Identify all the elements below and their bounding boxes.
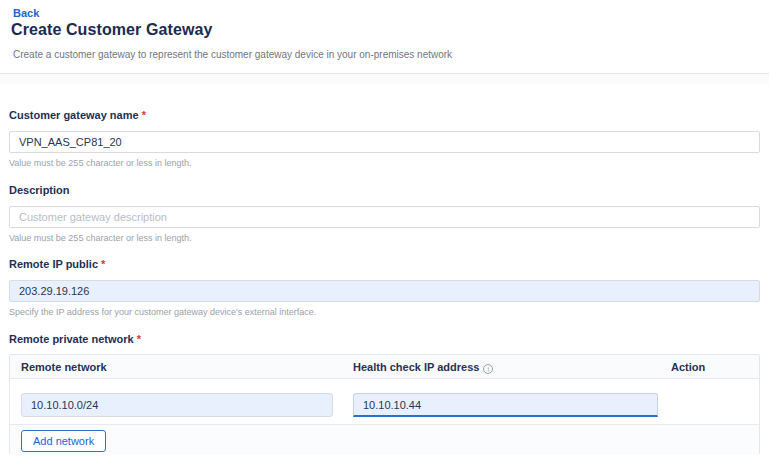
back-link[interactable]: Back bbox=[13, 7, 39, 19]
remote-private-network-table: Remote network Health check IP addressi … bbox=[9, 354, 760, 455]
page-subtitle: Create a customer gateway to represent t… bbox=[13, 49, 452, 60]
customer-gateway-name-label-text: Customer gateway name bbox=[9, 109, 139, 121]
remote-network-column-header: Remote network bbox=[21, 361, 107, 373]
description-input[interactable] bbox=[9, 206, 760, 228]
add-network-button[interactable]: Add network bbox=[21, 430, 106, 452]
description-label: Description bbox=[9, 184, 70, 196]
header-band bbox=[0, 74, 769, 84]
table-row bbox=[10, 379, 759, 424]
action-column-header: Action bbox=[671, 361, 705, 373]
customer-gateway-name-label: Customer gateway name * bbox=[9, 109, 146, 121]
required-asterisk: * bbox=[101, 258, 105, 270]
remote-private-network-label: Remote private network * bbox=[9, 333, 141, 345]
table-footer: Add network bbox=[10, 424, 759, 455]
required-asterisk: * bbox=[137, 333, 141, 345]
remote-ip-public-label: Remote IP public * bbox=[9, 258, 105, 270]
health-check-column-header: Health check IP addressi bbox=[353, 361, 493, 374]
health-check-column-header-text: Health check IP address bbox=[353, 361, 479, 373]
description-label-text: Description bbox=[9, 184, 70, 196]
customer-gateway-name-helper: Value must be 255 character or less in l… bbox=[9, 158, 191, 168]
remote-ip-public-input[interactable] bbox=[9, 280, 760, 302]
remote-network-input[interactable] bbox=[21, 393, 333, 417]
remote-ip-public-label-text: Remote IP public bbox=[9, 258, 98, 270]
page-title: Create Customer Gateway bbox=[11, 21, 213, 39]
info-icon[interactable]: i bbox=[483, 364, 493, 374]
description-helper: Value must be 255 character or less in l… bbox=[9, 233, 191, 243]
create-customer-gateway-page: Back Create Customer Gateway Create a cu… bbox=[0, 0, 769, 457]
customer-gateway-name-input[interactable] bbox=[9, 131, 760, 153]
health-check-ip-input[interactable] bbox=[353, 393, 658, 417]
table-header-row: Remote network Health check IP addressi … bbox=[10, 355, 759, 379]
remote-private-network-label-text: Remote private network bbox=[9, 333, 134, 345]
header-divider bbox=[0, 73, 769, 74]
required-asterisk: * bbox=[142, 109, 146, 121]
remote-ip-public-helper: Specify the IP address for your customer… bbox=[9, 307, 316, 317]
